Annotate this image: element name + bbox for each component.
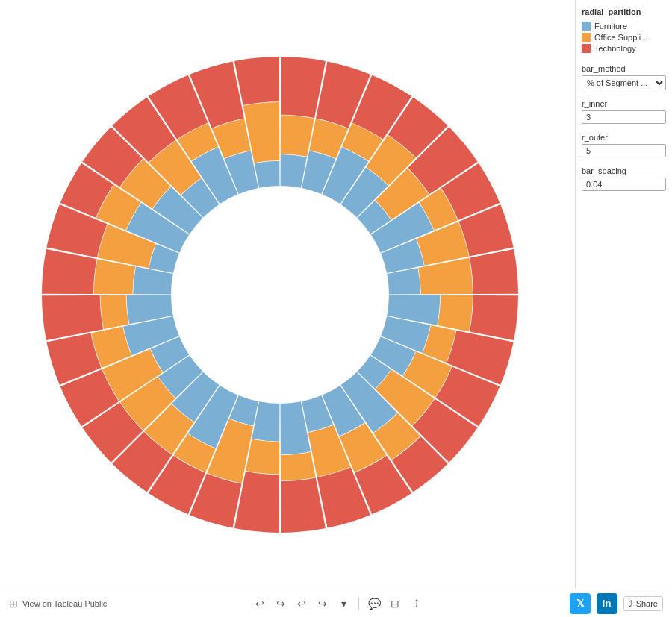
legend-group: radial_partition Furniture Office Suppli… bbox=[582, 7, 666, 55]
legend-item: Technology bbox=[582, 44, 666, 53]
legend-item-label: Furniture bbox=[594, 22, 627, 31]
tooltip-button[interactable]: 💬 bbox=[365, 595, 383, 613]
legend-title: radial_partition bbox=[582, 7, 666, 16]
share-button[interactable]: ⤴ Share bbox=[623, 596, 663, 611]
arrow-down-button[interactable]: ▾ bbox=[335, 595, 352, 613]
r-outer-group: r_outer bbox=[582, 133, 666, 157]
r-outer-label: r_outer bbox=[582, 133, 666, 142]
r-inner-input[interactable] bbox=[582, 110, 666, 124]
bar-method-select[interactable]: % of Segment ... bbox=[582, 75, 666, 90]
legend-item-label: Technology bbox=[594, 44, 636, 53]
undo2-button[interactable]: ↩ bbox=[293, 595, 311, 613]
legend-items: Furniture Office Suppli... Technology bbox=[582, 22, 666, 55]
twitter-button[interactable]: 𝕏 bbox=[570, 593, 591, 614]
legend-item-label: Office Suppli... bbox=[594, 33, 647, 42]
bar-spacing-label: bar_spacing bbox=[582, 166, 666, 175]
share-icon: ⤴ bbox=[629, 599, 633, 608]
footer-separator bbox=[358, 598, 359, 610]
footer-right: 𝕏 in ⤴ Share bbox=[570, 593, 663, 614]
legend-color-swatch bbox=[582, 44, 591, 53]
footer-center: ↩ ↪ ↩ ↪ ▾ 💬 ⊟ ⤴ bbox=[251, 595, 425, 613]
footer-left: ⊞ View on Tableau Public bbox=[9, 598, 107, 610]
r-inner-group: r_inner bbox=[582, 99, 666, 124]
bar-method-label: bar_method bbox=[582, 64, 666, 73]
linkedin-button[interactable]: in bbox=[597, 593, 617, 614]
r-outer-input[interactable] bbox=[582, 144, 666, 157]
legend-item: Office Suppli... bbox=[582, 33, 666, 42]
footer: ⊞ View on Tableau Public ↩ ↪ ↩ ↪ ▾ 💬 ⊟ ⤴… bbox=[0, 589, 672, 617]
radial-chart bbox=[4, 4, 571, 586]
share-icon-button[interactable]: ⤴ bbox=[407, 595, 425, 613]
view-on-tableau-label[interactable]: View on Tableau Public bbox=[22, 599, 107, 608]
r-inner-label: r_inner bbox=[582, 99, 666, 108]
bar-spacing-group: bar_spacing bbox=[582, 166, 666, 191]
redo-button[interactable]: ↪ bbox=[272, 595, 290, 613]
controls-panel: radial_partition Furniture Office Suppli… bbox=[575, 0, 672, 589]
bar-spacing-input[interactable] bbox=[582, 178, 666, 191]
layout-button[interactable]: ⊟ bbox=[386, 595, 404, 613]
tableau-icon: ⊞ bbox=[9, 598, 18, 610]
redo2-button[interactable]: ↪ bbox=[314, 595, 332, 613]
share-label: Share bbox=[636, 599, 658, 608]
chart-area bbox=[0, 0, 575, 589]
main-content: radial_partition Furniture Office Suppli… bbox=[0, 0, 672, 589]
legend-item: Furniture bbox=[582, 22, 666, 31]
legend-color-swatch bbox=[582, 33, 591, 42]
bar-method-group: bar_method % of Segment ... bbox=[582, 64, 666, 90]
undo-button[interactable]: ↩ bbox=[251, 595, 269, 613]
legend-color-swatch bbox=[582, 22, 591, 31]
